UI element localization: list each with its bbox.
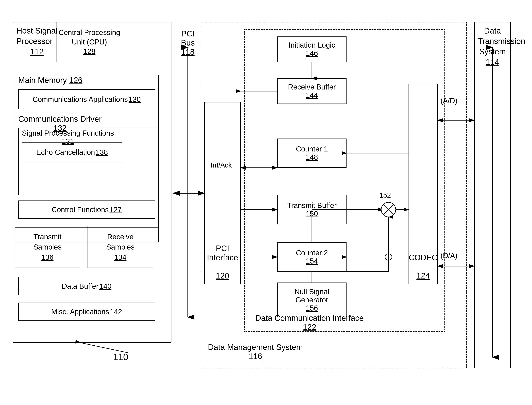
comm-apps-label: Communications Applications bbox=[33, 95, 128, 103]
cpu-ref: 128 bbox=[83, 47, 95, 56]
pci-interface-label: PCIInterface bbox=[207, 244, 238, 262]
label-110: 110 bbox=[113, 352, 128, 362]
codec-box: CODEC 124 bbox=[409, 84, 438, 284]
counter2-ref: 154 bbox=[306, 257, 318, 265]
init-logic-label: Initiation Logic bbox=[288, 41, 335, 49]
control-label: Control Functions bbox=[52, 206, 109, 214]
misc-apps-ref: 142 bbox=[110, 308, 122, 316]
dts-title: DataTransmissionSystem 114 bbox=[478, 26, 507, 67]
hsp-title: Host SignalProcessor 112 bbox=[16, 26, 57, 57]
dms-title: Data Management System 116 bbox=[208, 343, 303, 361]
receive-samples-box: ReceiveSamples 134 bbox=[88, 226, 153, 268]
null-sig-ref: 156 bbox=[306, 304, 318, 312]
pci-bus-label: PCI Bus 118 bbox=[177, 29, 199, 56]
main-memory-title: Main Memory 126 bbox=[18, 76, 82, 85]
receive-buffer-label: Receive Buffer bbox=[288, 83, 336, 91]
codec-ref: 124 bbox=[416, 271, 430, 280]
transmit-samples-label: TransmitSamples bbox=[33, 232, 62, 252]
transmit-buffer-ref: 150 bbox=[306, 209, 318, 218]
svg-line-23 bbox=[80, 343, 128, 353]
pci-interface-ref: 120 bbox=[216, 271, 229, 280]
counter1-label: Counter 1 bbox=[296, 145, 328, 153]
diagram-container: Host SignalProcessor 112 Central Process… bbox=[7, 11, 522, 394]
misc-apps-label: Misc. Applications bbox=[51, 308, 109, 316]
intack-label: Int/Ack bbox=[211, 161, 232, 169]
dms-ref: 116 bbox=[208, 352, 303, 361]
comm-apps-box: Communications Applications 130 bbox=[18, 89, 155, 109]
transmit-samples-ref: 136 bbox=[41, 252, 54, 262]
label-152: 152 bbox=[379, 191, 391, 199]
transmit-samples-box: TransmitSamples 136 bbox=[15, 226, 80, 268]
dts-label: DataTransmissionSystem bbox=[478, 26, 525, 56]
dci-ref: 122 bbox=[255, 323, 364, 332]
init-logic-ref: 146 bbox=[306, 49, 318, 57]
dts-ref: 114 bbox=[478, 57, 507, 67]
ad-label: (A/D) bbox=[440, 97, 457, 105]
null-sig-box: Null SignalGenerator 156 bbox=[277, 283, 347, 317]
transmit-buffer-box: Transmit Buffer 150 bbox=[277, 195, 347, 224]
receive-samples-ref: 134 bbox=[114, 252, 127, 262]
null-sig-label: Null SignalGenerator bbox=[294, 288, 329, 304]
misc-apps-box: Misc. Applications 142 bbox=[18, 303, 155, 321]
control-box: Control Functions 127 bbox=[18, 201, 155, 219]
control-ref: 127 bbox=[109, 206, 122, 214]
pci-interface-box: PCIInterface 120 bbox=[204, 102, 241, 284]
counter1-box: Counter 1 148 bbox=[277, 139, 347, 168]
echo-box: Echo Cancellation 138 bbox=[22, 142, 122, 162]
receive-buffer-box: Receive Buffer 144 bbox=[277, 78, 347, 104]
data-buffer-ref: 140 bbox=[99, 282, 111, 290]
transmit-buffer-label: Transmit Buffer bbox=[287, 201, 336, 209]
data-buffer-label: Data Buffer bbox=[62, 282, 99, 290]
hsp-ref: 112 bbox=[16, 46, 57, 57]
da-label: (D/A) bbox=[440, 251, 457, 260]
pci-bus-ref: 118 bbox=[177, 47, 199, 56]
receive-buffer-ref: 144 bbox=[306, 91, 318, 99]
data-buffer-box: Data Buffer 140 bbox=[18, 277, 155, 295]
codec-label: CODEC bbox=[409, 253, 438, 262]
cpu-box: Central ProcessingUnit (CPU) 128 bbox=[56, 22, 122, 62]
echo-ref: 138 bbox=[96, 148, 108, 156]
counter2-box: Counter 2 154 bbox=[277, 243, 347, 272]
cpu-label: Central ProcessingUnit (CPU) bbox=[59, 28, 120, 47]
dms-label: Data Management System bbox=[208, 343, 303, 351]
init-logic-box: Initiation Logic 146 bbox=[277, 36, 347, 62]
comm-apps-ref: 130 bbox=[129, 95, 141, 103]
receive-samples-label: ReceiveSamples bbox=[106, 232, 135, 252]
counter2-label: Counter 2 bbox=[296, 249, 328, 257]
counter1-ref: 148 bbox=[306, 153, 318, 161]
main-memory-ref: 126 bbox=[69, 76, 82, 85]
dts-outer-box bbox=[474, 22, 511, 368]
echo-label: Echo Cancellation bbox=[36, 148, 95, 156]
